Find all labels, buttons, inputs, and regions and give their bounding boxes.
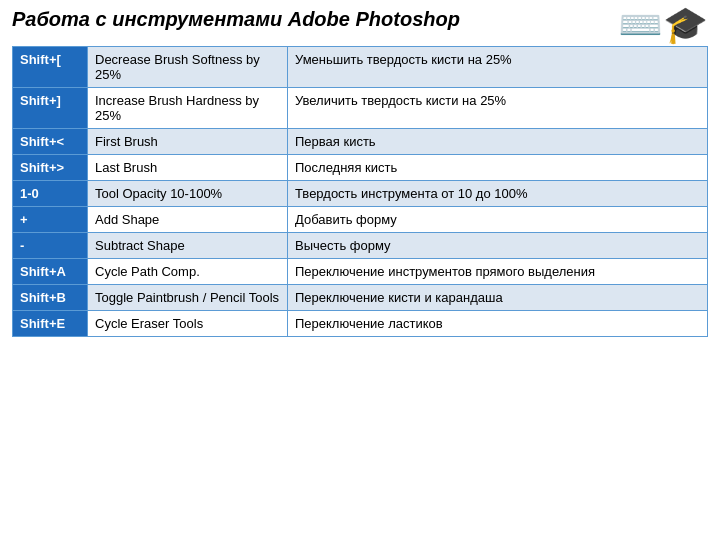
table-row: Shift+ECycle Eraser ToolsПереключение ла…	[13, 311, 708, 337]
english-description: Tool Opacity 10-100%	[88, 181, 288, 207]
russian-description: Переключение кисти и карандаша	[288, 285, 708, 311]
shortcuts-table: Shift+[Decrease Brush Softness by 25%Уме…	[12, 46, 708, 337]
table-row: 1-0Tool Opacity 10-100%Твердость инструм…	[13, 181, 708, 207]
english-description: Add Shape	[88, 207, 288, 233]
english-description: Toggle Paintbrush / Pencil Tools	[88, 285, 288, 311]
russian-description: Твердость инструмента от 10 до 100%	[288, 181, 708, 207]
shortcut-cell: Shift+]	[13, 88, 88, 129]
russian-description: Уменьшить твердость кисти на 25%	[288, 47, 708, 88]
shortcut-cell: Shift+E	[13, 311, 88, 337]
russian-description: Переключение ластиков	[288, 311, 708, 337]
shortcut-cell: -	[13, 233, 88, 259]
russian-description: Вычесть форму	[288, 233, 708, 259]
table-row: Shift+<First BrushПервая кисть	[13, 129, 708, 155]
english-description: Subtract Shape	[88, 233, 288, 259]
shortcut-cell: Shift+<	[13, 129, 88, 155]
shortcut-cell: +	[13, 207, 88, 233]
shortcut-cell: Shift+A	[13, 259, 88, 285]
english-description: Last Brush	[88, 155, 288, 181]
page-title: Работа с инструментами Adobe Photoshop	[12, 8, 708, 31]
english-description: Cycle Eraser Tools	[88, 311, 288, 337]
russian-description: Увеличить твердость кисти на 25%	[288, 88, 708, 129]
table-row: Shift+>Last BrushПоследняя кисть	[13, 155, 708, 181]
russian-description: Последняя кисть	[288, 155, 708, 181]
shortcut-cell: Shift+>	[13, 155, 88, 181]
english-description: Decrease Brush Softness by 25%	[88, 47, 288, 88]
table-row: Shift+ACycle Path Comp.Переключение инст…	[13, 259, 708, 285]
keyboard-icon: ⌨️🎓	[618, 4, 708, 46]
english-description: First Brush	[88, 129, 288, 155]
russian-description: Добавить форму	[288, 207, 708, 233]
shortcut-cell: Shift+[	[13, 47, 88, 88]
table-row: -Subtract ShapeВычесть форму	[13, 233, 708, 259]
english-description: Cycle Path Comp.	[88, 259, 288, 285]
russian-description: Переключение инструментов прямого выделе…	[288, 259, 708, 285]
shortcut-cell: 1-0	[13, 181, 88, 207]
table-row: +Add ShapeДобавить форму	[13, 207, 708, 233]
english-description: Increase Brush Hardness by 25%	[88, 88, 288, 129]
table-row: Shift+BToggle Paintbrush / Pencil ToolsП…	[13, 285, 708, 311]
page-header: ⌨️🎓 Работа с инструментами Adobe Photosh…	[12, 8, 708, 31]
russian-description: Первая кисть	[288, 129, 708, 155]
table-row: Shift+[Decrease Brush Softness by 25%Уме…	[13, 47, 708, 88]
table-row: Shift+]Increase Brush Hardness by 25%Уве…	[13, 88, 708, 129]
shortcut-cell: Shift+B	[13, 285, 88, 311]
